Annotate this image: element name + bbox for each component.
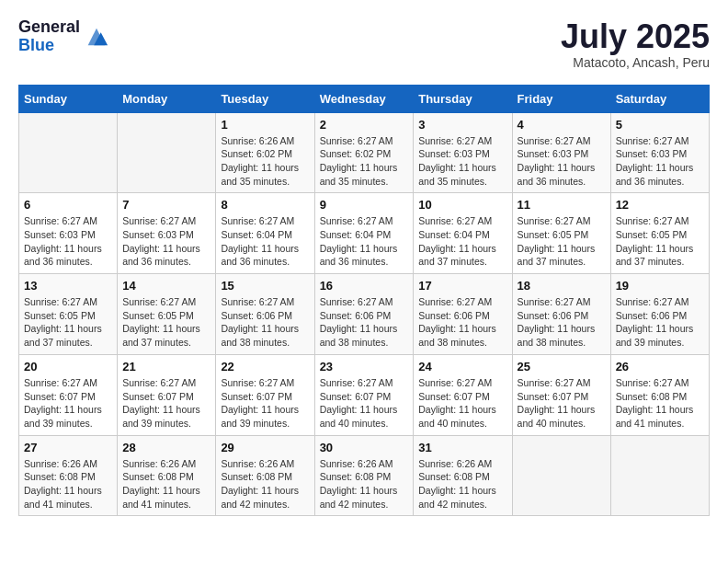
calendar-week-row: 13Sunrise: 6:27 AM Sunset: 6:05 PM Dayli… xyxy=(19,274,710,355)
day-number: 8 xyxy=(221,198,309,212)
header-cell-sunday: Sunday xyxy=(19,85,118,112)
day-number: 11 xyxy=(518,198,606,212)
calendar-cell xyxy=(610,435,709,516)
day-number: 30 xyxy=(320,441,409,454)
calendar-cell: 9Sunrise: 6:27 AM Sunset: 6:04 PM Daylig… xyxy=(314,193,414,274)
day-number: 7 xyxy=(122,198,210,212)
calendar-cell: 31Sunrise: 6:26 AM Sunset: 6:08 PM Dayli… xyxy=(414,435,512,516)
logo-icon xyxy=(84,24,109,50)
calendar-cell: 1Sunrise: 6:26 AM Sunset: 6:02 PM Daylig… xyxy=(216,112,314,193)
day-number: 13 xyxy=(24,279,112,293)
calendar-cell: 2Sunrise: 6:27 AM Sunset: 6:02 PM Daylig… xyxy=(314,112,414,193)
calendar-cell: 14Sunrise: 6:27 AM Sunset: 6:05 PM Dayli… xyxy=(118,274,216,355)
day-info: Sunrise: 6:26 AM Sunset: 6:08 PM Dayligh… xyxy=(418,457,506,511)
day-info: Sunrise: 6:27 AM Sunset: 6:06 PM Dayligh… xyxy=(418,295,506,350)
logo-general-text: General xyxy=(18,18,80,37)
day-number: 15 xyxy=(221,279,309,293)
day-number: 9 xyxy=(320,198,409,212)
calendar-cell: 20Sunrise: 6:27 AM Sunset: 6:07 PM Dayli… xyxy=(19,354,118,435)
day-number: 17 xyxy=(418,279,506,293)
calendar-cell: 26Sunrise: 6:27 AM Sunset: 6:08 PM Dayli… xyxy=(610,354,709,435)
day-number: 28 xyxy=(122,441,210,454)
day-info: Sunrise: 6:27 AM Sunset: 6:03 PM Dayligh… xyxy=(122,214,210,269)
day-info: Sunrise: 6:27 AM Sunset: 6:06 PM Dayligh… xyxy=(320,295,409,350)
day-info: Sunrise: 6:27 AM Sunset: 6:05 PM Dayligh… xyxy=(616,214,704,269)
calendar-cell: 10Sunrise: 6:27 AM Sunset: 6:04 PM Dayli… xyxy=(414,193,512,274)
day-info: Sunrise: 6:27 AM Sunset: 6:03 PM Dayligh… xyxy=(518,134,606,189)
calendar-cell xyxy=(19,112,118,193)
day-info: Sunrise: 6:27 AM Sunset: 6:04 PM Dayligh… xyxy=(221,214,309,269)
day-number: 26 xyxy=(616,360,704,373)
calendar-cell: 3Sunrise: 6:27 AM Sunset: 6:03 PM Daylig… xyxy=(414,112,512,193)
day-info: Sunrise: 6:26 AM Sunset: 6:02 PM Dayligh… xyxy=(221,134,309,189)
calendar-cell: 11Sunrise: 6:27 AM Sunset: 6:05 PM Dayli… xyxy=(512,193,610,274)
calendar-cell: 8Sunrise: 6:27 AM Sunset: 6:04 PM Daylig… xyxy=(216,193,314,274)
day-info: Sunrise: 6:27 AM Sunset: 6:06 PM Dayligh… xyxy=(221,295,309,350)
calendar-cell: 6Sunrise: 6:27 AM Sunset: 6:03 PM Daylig… xyxy=(19,193,118,274)
header-cell-thursday: Thursday xyxy=(414,85,512,112)
day-number: 24 xyxy=(418,360,506,373)
calendar-cell: 22Sunrise: 6:27 AM Sunset: 6:07 PM Dayli… xyxy=(216,354,314,435)
day-number: 20 xyxy=(24,360,112,373)
day-info: Sunrise: 6:27 AM Sunset: 6:05 PM Dayligh… xyxy=(518,214,606,269)
header-cell-monday: Monday xyxy=(118,85,216,112)
header-cell-tuesday: Tuesday xyxy=(216,85,314,112)
day-number: 2 xyxy=(320,118,409,132)
day-info: Sunrise: 6:27 AM Sunset: 6:07 PM Dayligh… xyxy=(221,376,309,431)
calendar-cell xyxy=(512,435,610,516)
calendar-cell: 27Sunrise: 6:26 AM Sunset: 6:08 PM Dayli… xyxy=(19,435,118,516)
day-number: 27 xyxy=(24,441,112,454)
day-number: 5 xyxy=(616,118,704,132)
title-block: July 2025 Matacoto, Ancash, Peru xyxy=(561,18,710,70)
day-info: Sunrise: 6:26 AM Sunset: 6:08 PM Dayligh… xyxy=(320,457,409,511)
calendar-cell: 13Sunrise: 6:27 AM Sunset: 6:05 PM Dayli… xyxy=(19,274,118,355)
calendar-cell: 25Sunrise: 6:27 AM Sunset: 6:07 PM Dayli… xyxy=(512,354,610,435)
day-number: 23 xyxy=(320,360,409,373)
calendar-week-row: 27Sunrise: 6:26 AM Sunset: 6:08 PM Dayli… xyxy=(19,435,710,516)
calendar-header: SundayMondayTuesdayWednesdayThursdayFrid… xyxy=(19,85,710,112)
day-number: 31 xyxy=(418,441,506,454)
day-info: Sunrise: 6:27 AM Sunset: 6:06 PM Dayligh… xyxy=(518,295,606,350)
day-info: Sunrise: 6:26 AM Sunset: 6:08 PM Dayligh… xyxy=(221,457,309,511)
logo: General Blue xyxy=(18,18,109,55)
day-number: 4 xyxy=(518,118,606,132)
day-number: 3 xyxy=(418,118,506,132)
day-info: Sunrise: 6:27 AM Sunset: 6:02 PM Dayligh… xyxy=(320,134,409,189)
calendar-week-row: 20Sunrise: 6:27 AM Sunset: 6:07 PM Dayli… xyxy=(19,354,710,435)
calendar-table: SundayMondayTuesdayWednesdayThursdayFrid… xyxy=(18,85,710,517)
day-info: Sunrise: 6:27 AM Sunset: 6:03 PM Dayligh… xyxy=(418,134,506,189)
calendar-cell: 28Sunrise: 6:26 AM Sunset: 6:08 PM Dayli… xyxy=(118,435,216,516)
day-number: 22 xyxy=(221,360,309,373)
day-info: Sunrise: 6:27 AM Sunset: 6:05 PM Dayligh… xyxy=(24,295,112,350)
calendar-body: 1Sunrise: 6:26 AM Sunset: 6:02 PM Daylig… xyxy=(19,112,710,516)
day-number: 6 xyxy=(24,198,112,212)
day-info: Sunrise: 6:27 AM Sunset: 6:06 PM Dayligh… xyxy=(616,295,704,350)
logo-blue-text: Blue xyxy=(18,37,80,55)
day-info: Sunrise: 6:27 AM Sunset: 6:05 PM Dayligh… xyxy=(122,295,210,350)
calendar-cell: 30Sunrise: 6:26 AM Sunset: 6:08 PM Dayli… xyxy=(314,435,414,516)
day-info: Sunrise: 6:27 AM Sunset: 6:07 PM Dayligh… xyxy=(320,376,409,431)
day-number: 21 xyxy=(122,360,210,373)
day-info: Sunrise: 6:26 AM Sunset: 6:08 PM Dayligh… xyxy=(122,457,210,511)
day-info: Sunrise: 6:27 AM Sunset: 6:04 PM Dayligh… xyxy=(418,214,506,269)
day-number: 10 xyxy=(418,198,506,212)
calendar-cell: 17Sunrise: 6:27 AM Sunset: 6:06 PM Dayli… xyxy=(414,274,512,355)
day-info: Sunrise: 6:27 AM Sunset: 6:03 PM Dayligh… xyxy=(616,134,704,189)
header-cell-friday: Friday xyxy=(512,85,610,112)
day-info: Sunrise: 6:27 AM Sunset: 6:08 PM Dayligh… xyxy=(616,376,704,431)
calendar-cell: 18Sunrise: 6:27 AM Sunset: 6:06 PM Dayli… xyxy=(512,274,610,355)
calendar-cell: 24Sunrise: 6:27 AM Sunset: 6:07 PM Dayli… xyxy=(414,354,512,435)
day-info: Sunrise: 6:27 AM Sunset: 6:07 PM Dayligh… xyxy=(24,376,112,431)
page-header: General Blue July 2025 Matacoto, Ancash,… xyxy=(18,18,710,70)
day-info: Sunrise: 6:26 AM Sunset: 6:08 PM Dayligh… xyxy=(24,457,112,511)
calendar-week-row: 1Sunrise: 6:26 AM Sunset: 6:02 PM Daylig… xyxy=(19,112,710,193)
calendar-cell: 7Sunrise: 6:27 AM Sunset: 6:03 PM Daylig… xyxy=(118,193,216,274)
month-title: July 2025 xyxy=(561,18,710,55)
header-row: SundayMondayTuesdayWednesdayThursdayFrid… xyxy=(19,85,710,112)
day-number: 16 xyxy=(320,279,409,293)
calendar-cell: 19Sunrise: 6:27 AM Sunset: 6:06 PM Dayli… xyxy=(610,274,709,355)
day-number: 25 xyxy=(518,360,606,373)
day-info: Sunrise: 6:27 AM Sunset: 6:04 PM Dayligh… xyxy=(320,214,409,269)
day-number: 12 xyxy=(616,198,704,212)
day-info: Sunrise: 6:27 AM Sunset: 6:03 PM Dayligh… xyxy=(24,214,112,269)
